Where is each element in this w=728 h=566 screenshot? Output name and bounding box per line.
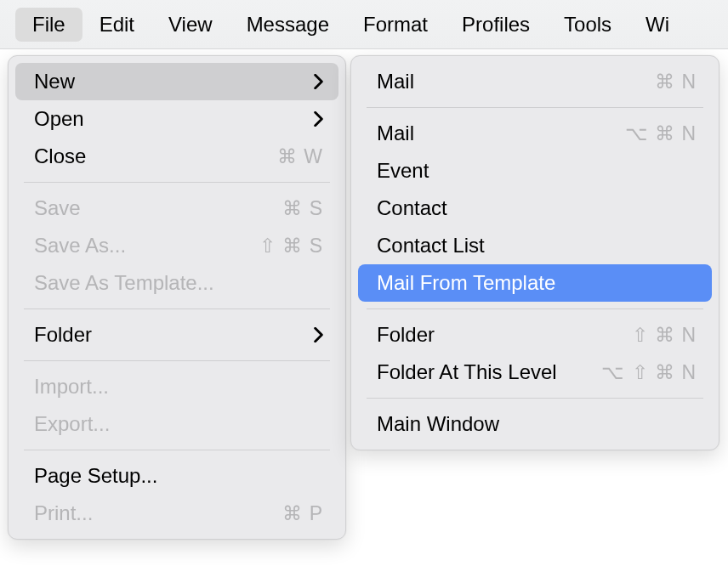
file-menu-item-folder[interactable]: Folder bbox=[15, 316, 338, 354]
menu-item-label: Save bbox=[34, 196, 282, 220]
file-menu-separator bbox=[24, 182, 330, 183]
menu-item-label: Print... bbox=[34, 501, 282, 525]
menubar-item-label: Wi bbox=[646, 13, 669, 36]
menubar-item-message[interactable]: Message bbox=[230, 8, 346, 42]
file-menu-item-import: Import... bbox=[15, 368, 338, 405]
file-menu-item-save-as-template: Save As Template... bbox=[15, 264, 338, 302]
menu-item-shortcut: ⌥ ⇧ ⌘ N bbox=[601, 361, 697, 384]
menubar-item-label: Message bbox=[247, 13, 329, 36]
menubar-item-file[interactable]: File bbox=[15, 8, 82, 42]
menubar-item-label: Edit bbox=[100, 13, 134, 36]
new-submenu-item-contact[interactable]: Contact bbox=[358, 190, 712, 227]
menu-item-label: Contact bbox=[377, 196, 697, 220]
menu-item-label: Mail bbox=[377, 70, 655, 93]
menu-item-label: Folder At This Level bbox=[377, 360, 601, 384]
file-menu-item-print: Print...⌘ P bbox=[15, 495, 338, 532]
new-submenu-item-folder-at-this-level[interactable]: Folder At This Level⌥ ⇧ ⌘ N bbox=[358, 354, 712, 391]
menu-item-shortcut: ⌘ P bbox=[282, 502, 323, 525]
chevron-right-icon bbox=[311, 74, 323, 89]
new-submenu-item-mail[interactable]: Mail⌥ ⌘ N bbox=[358, 115, 712, 152]
file-menu-separator bbox=[24, 308, 330, 309]
menu-item-label: Save As Template... bbox=[34, 271, 323, 295]
menu-item-shortcut: ⌥ ⌘ N bbox=[625, 122, 697, 145]
file-menu-panel: NewOpenClose⌘ WSave⌘ SSave As...⇧ ⌘ SSav… bbox=[8, 55, 346, 540]
menu-item-label: Page Setup... bbox=[34, 464, 323, 488]
menubar-item-profiles[interactable]: Profiles bbox=[445, 8, 547, 42]
file-menu-separator bbox=[24, 360, 330, 361]
new-submenu-item-main-window[interactable]: Main Window bbox=[358, 405, 712, 443]
menubar: FileEditViewMessageFormatProfilesToolsWi bbox=[0, 0, 728, 49]
menubar-item-format[interactable]: Format bbox=[346, 8, 445, 42]
menubar-item-label: Tools bbox=[564, 13, 611, 36]
file-menu-item-save: Save⌘ S bbox=[15, 190, 338, 227]
new-submenu-item-contact-list[interactable]: Contact List bbox=[358, 227, 712, 264]
new-submenu-separator bbox=[367, 107, 703, 108]
menu-item-label: Mail bbox=[377, 122, 625, 145]
new-submenu-item-event[interactable]: Event bbox=[358, 152, 712, 190]
menubar-item-label: Format bbox=[363, 13, 428, 36]
new-submenu-item-folder[interactable]: Folder⇧ ⌘ N bbox=[358, 316, 712, 354]
menu-item-label: Event bbox=[377, 159, 697, 183]
menubar-item-wi[interactable]: Wi bbox=[628, 8, 686, 42]
file-menu-item-page-setup[interactable]: Page Setup... bbox=[15, 457, 338, 495]
new-submenu-item-mail-from-template[interactable]: Mail From Template bbox=[358, 264, 712, 302]
menu-item-label: Mail From Template bbox=[377, 271, 697, 295]
file-menu-item-export: Export... bbox=[15, 405, 338, 443]
menu-item-label: Contact List bbox=[377, 234, 697, 258]
menu-item-label: Main Window bbox=[377, 412, 697, 436]
menu-item-label: Save As... bbox=[34, 234, 259, 258]
menu-item-label: Folder bbox=[34, 323, 311, 347]
chevron-right-icon bbox=[311, 327, 323, 342]
menu-item-shortcut: ⌘ S bbox=[282, 197, 323, 220]
new-submenu-separator bbox=[367, 398, 703, 399]
menu-item-shortcut: ⇧ ⌘ S bbox=[259, 235, 323, 258]
menu-item-label: Export... bbox=[34, 412, 323, 436]
menubar-item-label: File bbox=[32, 13, 65, 36]
menu-item-shortcut: ⇧ ⌘ N bbox=[632, 324, 697, 347]
chevron-right-icon bbox=[311, 111, 323, 127]
menu-item-shortcut: ⌘ N bbox=[655, 71, 697, 93]
file-menu-item-close[interactable]: Close⌘ W bbox=[15, 138, 338, 175]
menu-item-shortcut: ⌘ W bbox=[277, 145, 323, 168]
menubar-item-tools[interactable]: Tools bbox=[547, 8, 628, 42]
new-submenu-panel: Mail⌘ NMail⌥ ⌘ NEventContactContact List… bbox=[350, 55, 719, 450]
menubar-item-label: View bbox=[168, 13, 213, 36]
menu-item-label: Close bbox=[34, 144, 277, 168]
file-menu-item-save-as: Save As...⇧ ⌘ S bbox=[15, 227, 338, 264]
file-menu-item-open[interactable]: Open bbox=[15, 100, 338, 138]
menu-item-label: Open bbox=[34, 107, 311, 131]
file-menu-separator bbox=[24, 450, 330, 450]
menubar-item-label: Profiles bbox=[462, 13, 530, 36]
new-submenu-separator bbox=[367, 308, 703, 309]
menubar-item-edit[interactable]: Edit bbox=[82, 8, 151, 42]
menu-item-label: New bbox=[34, 70, 311, 93]
menubar-item-view[interactable]: View bbox=[151, 8, 230, 42]
new-submenu-item-mail[interactable]: Mail⌘ N bbox=[358, 63, 712, 100]
menu-item-label: Folder bbox=[377, 323, 632, 347]
file-menu-item-new[interactable]: New bbox=[15, 63, 338, 100]
menu-item-label: Import... bbox=[34, 375, 323, 399]
